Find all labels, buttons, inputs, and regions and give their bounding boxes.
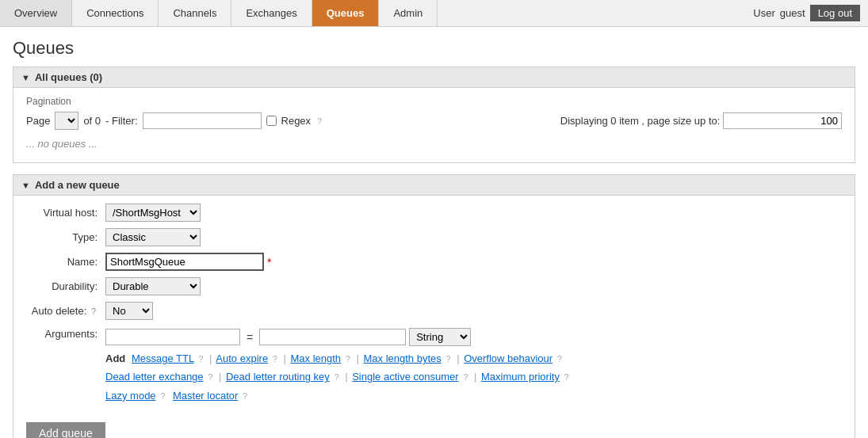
top-navigation: Overview Connections Channels Exchanges … [0, 0, 868, 27]
username: guest [780, 7, 805, 19]
user-label: User [753, 7, 774, 19]
help-dead-letter-exchange[interactable]: ? [208, 372, 212, 382]
link-auto-expire[interactable]: Auto expire [216, 352, 268, 364]
add-queue-header[interactable]: ▼ Add a new queue [13, 174, 855, 196]
add-queue-arrow: ▼ [21, 181, 30, 190]
regex-checkbox[interactable] [266, 116, 277, 126]
display-info: Displaying 0 item , page size up to: [560, 112, 842, 129]
arguments-row: Arguments: = String Number Boolean List [26, 326, 842, 405]
help-max-length[interactable]: ? [346, 354, 350, 364]
page-title: Queues [13, 38, 855, 59]
help-maximum-priority[interactable]: ? [564, 372, 569, 382]
add-queue-button[interactable]: Add queue [26, 422, 105, 438]
of-label: of 0 [83, 115, 101, 127]
add-queue-panel: Virtual host: /ShortMsgHost / default Ty… [13, 196, 855, 438]
argument-type-select[interactable]: String Number Boolean List [409, 328, 471, 346]
help-lazy-mode[interactable]: ? [160, 391, 165, 401]
link-dead-letter-routing-key[interactable]: Dead letter routing key [226, 371, 330, 383]
virtual-host-select[interactable]: /ShortMsgHost / default [105, 204, 201, 222]
help-max-length-bytes[interactable]: ? [445, 354, 450, 364]
type-select[interactable]: Classic Quorum Stream [105, 228, 201, 246]
regex-label: Regex [281, 115, 312, 127]
durability-label: Durability: [26, 280, 105, 292]
quick-add-links: Add Message TTL ? | Auto expire ? | Max … [105, 349, 571, 405]
pagination-row: Page of 0 - Filter: Regex ? Displaying 0… [26, 112, 842, 130]
link-master-locator[interactable]: Master locator [173, 390, 238, 402]
no-queues-msg: ... no queues ... [26, 130, 842, 154]
link-dead-letter-exchange[interactable]: Dead letter exchange [105, 371, 204, 383]
tab-queues[interactable]: Queues [312, 0, 380, 26]
page-size-input[interactable] [723, 112, 842, 129]
help-message-ttl[interactable]: ? [198, 354, 203, 364]
args-inputs-row: = String Number Boolean List [105, 328, 571, 346]
tab-connections[interactable]: Connections [72, 0, 159, 26]
all-queues-section: ▼ All queues (0) Pagination Page of 0 - … [13, 67, 855, 163]
regex-help[interactable]: ? [317, 116, 322, 126]
help-dead-letter-routing-key[interactable]: ? [334, 372, 338, 382]
all-queues-header[interactable]: ▼ All queues (0) [13, 67, 855, 88]
all-queues-label: All queues (0) [35, 71, 102, 83]
add-label: Add [105, 352, 125, 364]
arguments-content: = String Number Boolean List Add Message… [105, 328, 571, 405]
nav-tabs: Overview Connections Channels Exchanges … [0, 0, 438, 26]
main-content: Queues ▼ All queues (0) Pagination Page … [0, 27, 868, 438]
filter-label: - Filter: [105, 115, 137, 127]
name-input[interactable] [105, 253, 264, 271]
tab-admin[interactable]: Admin [379, 0, 438, 26]
arguments-label: Arguments: [26, 328, 105, 340]
help-single-active-consumer[interactable]: ? [463, 372, 468, 382]
all-queues-panel: Pagination Page of 0 - Filter: Regex ? D… [13, 88, 855, 163]
argument-value-input[interactable] [259, 329, 406, 345]
collapse-arrow: ▼ [21, 73, 30, 82]
page-select[interactable] [55, 112, 78, 130]
tab-overview[interactable]: Overview [0, 0, 72, 26]
name-required: * [267, 256, 271, 269]
equals-sign: = [243, 331, 256, 344]
link-overflow-behaviour[interactable]: Overflow behaviour [464, 352, 553, 364]
name-label: Name: [26, 256, 105, 268]
add-queue-section: ▼ Add a new queue Virtual host: /ShortMs… [13, 174, 855, 438]
durability-row: Durability: Durable Transient [26, 277, 842, 295]
tab-channels[interactable]: Channels [159, 0, 231, 26]
auto-delete-select[interactable]: No Yes [105, 302, 153, 320]
help-overflow-behaviour[interactable]: ? [557, 354, 562, 364]
link-max-length[interactable]: Max length [291, 352, 342, 364]
type-label: Type: [26, 231, 105, 243]
auto-delete-help[interactable]: ? [91, 307, 96, 316]
name-row: Name: * [26, 253, 842, 271]
help-auto-expire[interactable]: ? [273, 354, 277, 364]
virtual-host-row: Virtual host: /ShortMsgHost / default [26, 204, 842, 222]
add-queue-btn-row: Add queue [26, 411, 842, 438]
pagination-label: Pagination [26, 96, 842, 107]
type-row: Type: Classic Quorum Stream [26, 228, 842, 246]
virtual-host-label: Virtual host: [26, 207, 105, 219]
logout-button[interactable]: Log out [810, 5, 860, 21]
page-label: Page [26, 115, 50, 127]
help-master-locator[interactable]: ? [243, 391, 247, 401]
auto-delete-row: Auto delete: ? No Yes [26, 302, 842, 320]
link-single-active-consumer[interactable]: Single active consumer [352, 371, 458, 383]
filter-input[interactable] [143, 112, 262, 129]
link-maximum-priority[interactable]: Maximum priority [481, 371, 560, 383]
link-message-ttl[interactable]: Message TTL [132, 352, 194, 364]
user-info: User guest Log out [753, 5, 868, 21]
tab-exchanges[interactable]: Exchanges [231, 0, 312, 26]
argument-key-input[interactable] [105, 329, 240, 345]
link-lazy-mode[interactable]: Lazy mode [105, 390, 156, 402]
durability-select[interactable]: Durable Transient [105, 277, 201, 295]
link-max-length-bytes[interactable]: Max length bytes [363, 352, 441, 364]
auto-delete-label: Auto delete: ? [26, 305, 105, 317]
add-queue-label: Add a new queue [35, 179, 120, 191]
